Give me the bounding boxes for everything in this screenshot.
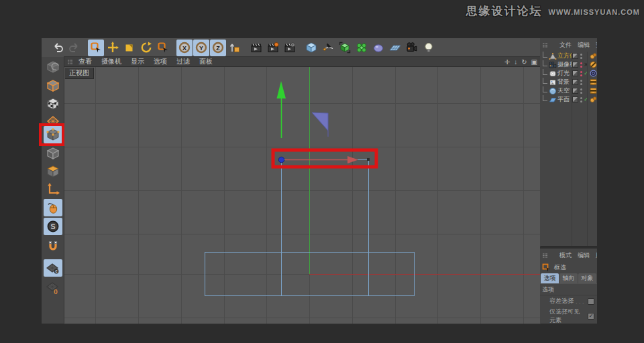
tag-protection-icon[interactable]	[589, 61, 597, 68]
toggle-view-icon[interactable]: ▣	[531, 58, 537, 66]
lock-y-axis-icon[interactable]: Y	[193, 40, 209, 56]
rotate-view-icon[interactable]: ↻	[521, 58, 527, 66]
selection-dropdown-icon[interactable]	[155, 40, 171, 56]
visibility-dots[interactable]	[580, 80, 583, 85]
attribute-tab-选项[interactable]: 选项	[541, 273, 559, 283]
layer-chip[interactable]	[572, 62, 578, 68]
section-header-选项[interactable]: 选项	[540, 283, 597, 295]
deformers-icon[interactable]	[370, 40, 386, 56]
state-mark[interactable]: ✕	[583, 62, 589, 68]
svg-text:(): ()	[54, 288, 58, 294]
checkbox[interactable]	[588, 298, 594, 305]
undo-icon[interactable]	[50, 40, 66, 56]
primitive-cube-icon[interactable]	[303, 40, 319, 56]
enable-axis-icon[interactable]	[44, 181, 62, 198]
attribute-menu-1[interactable]: 编辑	[578, 251, 590, 260]
panel-grip-icon[interactable]	[67, 59, 73, 65]
points-mode-icon[interactable]	[44, 126, 62, 143]
model-mode-icon[interactable]	[44, 77, 62, 94]
object-manager-menu-0[interactable]: 文件	[559, 41, 572, 50]
layer-chip[interactable]	[572, 53, 578, 59]
modeling-icon[interactable]	[354, 40, 370, 56]
tag-phong-icon[interactable]	[589, 96, 597, 103]
lock-z-axis-icon[interactable]: Z	[210, 40, 226, 56]
generators-icon[interactable]	[337, 40, 353, 56]
tag-target-icon[interactable]	[589, 70, 597, 77]
selected-point[interactable]	[278, 157, 284, 162]
attribute-tab-轴向[interactable]: 轴向	[559, 273, 578, 283]
texture-mode-icon[interactable]	[44, 95, 62, 113]
object-manager-menu-1[interactable]: 编辑	[578, 41, 590, 50]
viewport-solo-icon[interactable]	[44, 199, 62, 216]
x-axis-gizmo-arrow[interactable]	[285, 156, 358, 163]
layer-chip[interactable]	[572, 96, 578, 102]
lock-workplane-icon[interactable]: e	[44, 259, 62, 277]
visibility-dots[interactable]	[580, 88, 583, 94]
viewport-menu-2[interactable]: 显示	[131, 57, 144, 66]
object-row-立方体[interactable]: 立方体	[540, 52, 597, 60]
object-name[interactable]: 背景	[557, 78, 572, 86]
edges-mode-icon[interactable]	[44, 145, 62, 162]
watermark: 思缘设计论坛 WWW.MISSYUAN.COM	[466, 3, 640, 19]
svg-text:Z: Z	[216, 45, 220, 52]
y-axis-gizmo-arrow[interactable]	[277, 81, 286, 138]
enable-snap-icon[interactable]	[44, 238, 62, 256]
z-axis-handle[interactable]	[312, 113, 328, 131]
viewport-menu-3[interactable]: 选项	[154, 57, 167, 66]
viewport-menu-4[interactable]: 过滤	[176, 57, 190, 66]
toolbar-separator	[244, 38, 248, 57]
object-manager-menu-2[interactable]: 查看	[596, 41, 597, 50]
live-selection-icon[interactable]	[88, 40, 104, 56]
coordinate-system-icon[interactable]	[227, 40, 243, 56]
state-mark[interactable]: ✓	[583, 96, 589, 102]
object-row-平面[interactable]: 平面✓	[540, 95, 597, 104]
object-name[interactable]: 立方体	[557, 52, 572, 60]
viewport-menu-1[interactable]: 摄像机	[101, 57, 121, 66]
scale-icon[interactable]	[121, 40, 138, 56]
object-name[interactable]: 天空	[557, 86, 572, 95]
pan-view-icon[interactable]: ✛	[504, 58, 510, 66]
layer-chip[interactable]	[572, 70, 578, 76]
lock-x-axis-icon[interactable]: X	[176, 40, 193, 56]
environment-floor-icon[interactable]	[387, 40, 403, 56]
endpoint-handle[interactable]	[367, 158, 370, 161]
polygons-mode-icon[interactable]	[44, 163, 62, 180]
camera-icon[interactable]	[404, 40, 420, 56]
checkbox[interactable]: ✓	[588, 313, 594, 320]
zoom-view-icon[interactable]: ↓	[514, 58, 517, 66]
attribute-tab-对象[interactable]: 对象	[578, 273, 596, 283]
object-row-天空[interactable]: 天空	[540, 86, 597, 95]
object-row-背景[interactable]: 背景	[540, 78, 597, 86]
move-icon[interactable]	[105, 40, 121, 56]
object-row-摄像机[interactable]: 摄像机✕	[540, 60, 597, 69]
viewport-menu-5[interactable]: 面板	[199, 57, 213, 66]
tag-phong-icon[interactable]	[589, 52, 597, 60]
layer-chip[interactable]	[572, 88, 578, 94]
object-name[interactable]: 灯光	[557, 69, 572, 78]
render-picture-viewer-icon[interactable]	[265, 40, 281, 56]
auto-keying-icon[interactable]: S	[44, 218, 62, 235]
object-type-icon-plane	[549, 96, 557, 104]
spline-pen-icon[interactable]	[320, 40, 336, 56]
object-name[interactable]: 平面	[557, 95, 572, 104]
tag-compositing-icon[interactable]	[589, 87, 597, 94]
view-label: 正视图	[65, 68, 94, 79]
panel-grip-icon[interactable]	[542, 253, 548, 259]
layer-chip[interactable]	[572, 79, 578, 85]
object-row-灯光[interactable]: 灯光✓	[540, 69, 597, 78]
attribute-menu-2[interactable]: 用户数据	[596, 251, 597, 260]
object-name[interactable]: 摄像机	[557, 60, 572, 69]
tag-compositing-icon[interactable]	[589, 78, 597, 86]
light-icon[interactable]	[421, 40, 437, 56]
state-mark[interactable]: ✓	[583, 70, 589, 76]
viewport-canvas[interactable]	[64, 67, 540, 324]
panel-grip-icon[interactable]	[542, 42, 548, 48]
viewport-menu-0[interactable]: 查看	[78, 57, 92, 66]
planar-workplane-icon[interactable]: ()	[44, 278, 62, 295]
render-view-icon[interactable]	[248, 40, 264, 56]
attribute-menu-0[interactable]: 模式	[559, 251, 572, 260]
render-settings-icon[interactable]	[282, 40, 298, 56]
rotate-icon[interactable]	[138, 40, 154, 56]
attribute-manager-menu: 模式编辑用户数据	[540, 249, 597, 262]
visibility-dots[interactable]	[580, 54, 583, 59]
